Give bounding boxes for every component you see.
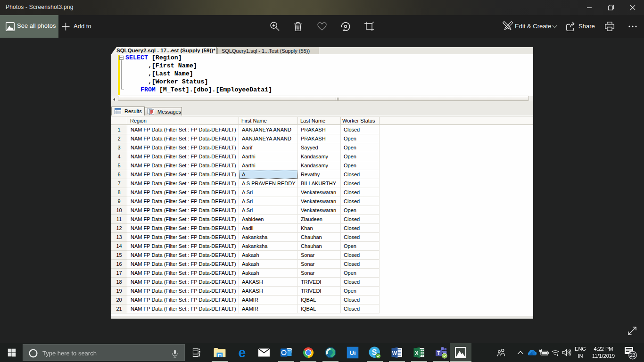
- svg-text:e: e: [238, 347, 246, 358]
- svg-text:T: T: [437, 350, 440, 356]
- svg-text:Ui: Ui: [349, 349, 355, 356]
- svg-text:W: W: [392, 350, 397, 356]
- svg-text:23: 23: [630, 352, 636, 358]
- svg-text:X: X: [415, 350, 419, 356]
